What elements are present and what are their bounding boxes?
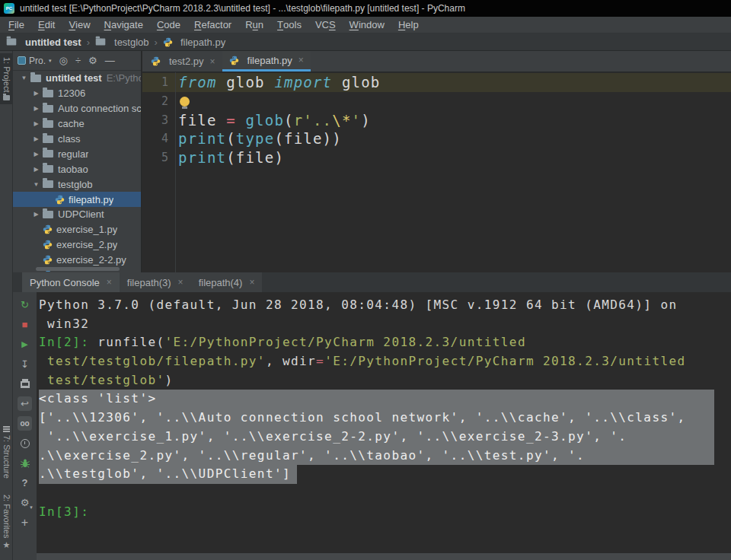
tree-row-folder[interactable]: ▶ taobao bbox=[13, 161, 141, 177]
chevron-collapsed-icon[interactable]: ▶ bbox=[30, 120, 43, 127]
toolwindow-button-project[interactable]: 1: Project bbox=[0, 53, 13, 104]
menu-tools[interactable]: Tools bbox=[270, 17, 308, 33]
chevron-collapsed-icon[interactable]: ▶ bbox=[30, 166, 43, 173]
tree-row-file[interactable]: exercise_2.py bbox=[13, 237, 141, 253]
chevron-collapsed-icon[interactable]: ▶ bbox=[30, 211, 43, 218]
tree-row-folder[interactable]: ▶ class bbox=[13, 132, 141, 147]
left-stripe: 1: Project 7: Structure 2: Favorites ★ bbox=[0, 51, 13, 560]
tab-label: Python Console bbox=[30, 277, 100, 288]
chevron-collapsed-icon[interactable]: ▶ bbox=[30, 135, 43, 142]
editor-tab-filepath[interactable]: filepath.py × bbox=[222, 51, 311, 72]
python-file-icon bbox=[229, 56, 239, 65]
star-icon: ★ bbox=[3, 541, 11, 549]
tree-horizontal-scrollbar[interactable] bbox=[36, 267, 120, 271]
menu-window[interactable]: Window bbox=[343, 17, 391, 33]
folder-icon bbox=[43, 120, 53, 128]
pycharm-logo-icon: PC bbox=[4, 3, 14, 14]
print-icon[interactable] bbox=[18, 377, 32, 391]
console-horizontal-scrollbar[interactable] bbox=[37, 553, 731, 560]
tree-row-folder[interactable]: ▶ UDPClient bbox=[13, 207, 141, 222]
hide-panel-icon[interactable]: — bbox=[105, 56, 115, 65]
tree-row-folder[interactable]: ▶ cache bbox=[13, 116, 141, 132]
folder-icon bbox=[43, 211, 53, 218]
code-text: print(type(file)) bbox=[175, 129, 342, 148]
scroll-to-end-icon[interactable]: ↧ bbox=[18, 357, 32, 371]
editor-area: test2.py × filepath.py × 1 from glob imp… bbox=[142, 51, 731, 272]
chevron-collapsed-icon[interactable]: ▶ bbox=[30, 90, 43, 97]
folder-icon bbox=[43, 150, 53, 158]
collapse-all-icon[interactable]: ÷ bbox=[75, 56, 81, 65]
console-selected-line: .\\exercise_2.py', '..\\regular', '..\\t… bbox=[39, 447, 714, 466]
close-icon[interactable]: × bbox=[210, 56, 215, 67]
console-line: test/testglob') bbox=[39, 371, 731, 390]
console-tab-python-console[interactable]: Python Console × bbox=[22, 272, 120, 292]
project-view-selector[interactable]: Pro. ▾ bbox=[18, 56, 52, 66]
tree-label: Auto connection school network bbox=[58, 103, 141, 114]
menu-edit[interactable]: Edit bbox=[31, 17, 62, 33]
tree-row-folder[interactable]: ▶ regular bbox=[13, 146, 141, 161]
tree-row-folder[interactable]: ▶ Auto connection school network bbox=[13, 101, 141, 116]
tree-row-file[interactable]: exercise_2-2.py bbox=[13, 253, 141, 268]
chevron-expanded-icon[interactable]: ▼ bbox=[30, 181, 43, 188]
tree-row-folder[interactable]: ▶ 12306 bbox=[13, 86, 141, 101]
menu-help[interactable]: Help bbox=[391, 17, 426, 33]
close-icon[interactable]: × bbox=[249, 277, 254, 288]
show-variables-icon[interactable]: oo bbox=[18, 416, 32, 431]
help-icon[interactable]: ? bbox=[18, 476, 32, 490]
menu-run[interactable]: Run bbox=[238, 17, 270, 33]
tree-row-file[interactable]: exercise_1.py bbox=[13, 222, 141, 237]
menu-code[interactable]: Code bbox=[150, 17, 187, 33]
console-prompt[interactable]: In[3]: bbox=[39, 503, 731, 522]
close-icon[interactable]: × bbox=[107, 277, 112, 288]
history-icon[interactable] bbox=[18, 436, 32, 450]
console-output[interactable]: Python 3.7.0 (default, Jun 28 2018, 08:0… bbox=[37, 292, 731, 553]
menu-refactor[interactable]: Refactor bbox=[187, 17, 238, 33]
toolwindow-button-favorites[interactable]: 2: Favorites ★ bbox=[0, 491, 13, 553]
tree-row-filepath-selected[interactable]: filepath.py bbox=[13, 192, 141, 207]
breadcrumb-item-filepath[interactable]: filepath.py bbox=[163, 37, 225, 48]
folder-icon bbox=[43, 105, 53, 113]
editor-tab-test2[interactable]: test2.py × bbox=[144, 51, 222, 72]
stop-icon[interactable]: ■ bbox=[18, 317, 32, 332]
chevron-collapsed-icon[interactable]: ▶ bbox=[30, 151, 43, 158]
tree-row-folder-testglob[interactable]: ▼ testglob bbox=[13, 177, 141, 192]
chevron-collapsed-icon[interactable]: ▶ bbox=[30, 105, 43, 112]
close-icon[interactable]: × bbox=[298, 55, 304, 65]
gear-icon[interactable]: ⚙ bbox=[88, 56, 97, 65]
locate-file-icon[interactable]: ◎ bbox=[59, 56, 68, 65]
console-tab-filepath3[interactable]: filepath(3) × bbox=[120, 272, 191, 292]
execute-icon[interactable]: ▶ bbox=[18, 337, 32, 352]
menu-vcs[interactable]: VCS bbox=[308, 17, 343, 33]
python-file-icon bbox=[43, 240, 53, 250]
tab-label: test2.py bbox=[169, 56, 204, 67]
menu-navigate[interactable]: Navigate bbox=[97, 17, 150, 33]
gear-icon[interactable]: ⚙▼ bbox=[18, 495, 32, 510]
breadcrumb-item-testglob[interactable]: testglob bbox=[95, 37, 149, 48]
console-selected-line-partial: .\\testglob', '..\\UDPClient'] bbox=[39, 465, 731, 484]
structure-icon bbox=[3, 426, 10, 432]
folder-icon bbox=[43, 165, 53, 173]
attach-debugger-icon[interactable] bbox=[18, 456, 32, 470]
intention-lightbulb-icon[interactable] bbox=[180, 97, 190, 107]
project-stripe-label: 1: Project bbox=[2, 57, 11, 92]
line-number: 5 bbox=[142, 148, 175, 167]
add-console-icon[interactable]: + bbox=[18, 515, 32, 530]
console-tab-filepath4[interactable]: filepath(4) × bbox=[191, 272, 263, 292]
menu-view[interactable]: View bbox=[62, 17, 97, 33]
breadcrumb-separator: › bbox=[155, 37, 158, 48]
soft-wrap-icon[interactable]: ↩ bbox=[18, 396, 32, 411]
tree-row-root[interactable]: ▼ untitled testE:\PythonP bbox=[13, 71, 141, 86]
editor-body[interactable]: 1 from glob import glob 2 3 file = glob(… bbox=[142, 72, 731, 272]
close-icon[interactable]: × bbox=[178, 277, 184, 288]
line-number: 3 bbox=[142, 111, 175, 130]
python-file-icon bbox=[43, 255, 53, 265]
toolwindow-button-structure[interactable]: 7: Structure bbox=[0, 422, 13, 482]
menu-file[interactable]: File bbox=[2, 17, 31, 33]
python-file-icon bbox=[151, 56, 161, 66]
python-file-icon bbox=[163, 37, 173, 47]
chevron-expanded-icon[interactable]: ▼ bbox=[18, 75, 30, 81]
rerun-icon[interactable]: ↻ bbox=[18, 298, 32, 312]
breadcrumb-item-project[interactable]: untitled test bbox=[6, 37, 81, 48]
breadcrumb-separator: › bbox=[87, 37, 90, 48]
code-line-1: 1 from glob import glob bbox=[142, 73, 731, 92]
